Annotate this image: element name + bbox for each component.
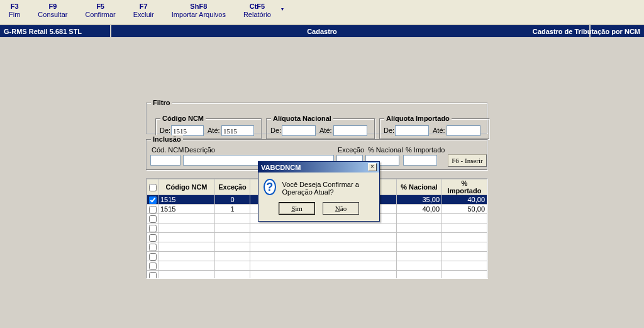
codncm-legend: Código NCM [160, 115, 206, 122]
row-checkbox[interactable] [149, 263, 157, 270]
toolbar-item-confirmar[interactable]: F5 Confirmar [76, 3, 124, 18]
grid-header-excecao[interactable]: Exceção [215, 179, 250, 195]
row-checkbox[interactable] [149, 234, 157, 242]
codncm-de-label: De: [160, 127, 170, 134]
aliqi-ate-input[interactable] [447, 125, 480, 136]
toolbar-overflow-icon[interactable]: ▾ [280, 3, 287, 12]
table-row[interactable] [147, 242, 487, 252]
toolbar-item-relatorio[interactable]: CtF5 Relatório [235, 3, 280, 18]
aliqn-ate-input[interactable] [333, 125, 367, 136]
dialog-message: Você Deseja Confirmar a Operação Atual? [282, 179, 374, 196]
no-button[interactable]: Não [323, 202, 359, 215]
dialog-title: VABCDNCM [261, 164, 301, 171]
row-checkbox[interactable] [149, 225, 157, 232]
aliqi-de-label: De: [384, 127, 394, 134]
inc-nacional-label: % Nacional [368, 146, 403, 154]
filtro-legend: Filtro [151, 99, 172, 106]
codncm-de-input[interactable] [171, 125, 204, 136]
inc-importado-input[interactable] [403, 155, 437, 166]
table-row[interactable] [147, 261, 487, 271]
table-row[interactable] [147, 252, 487, 261]
table-row[interactable] [147, 223, 487, 233]
aliqi-de-input[interactable] [395, 125, 429, 136]
inc-codncm-input[interactable] [150, 155, 180, 166]
grid-header-importado[interactable]: % Importado [442, 179, 487, 195]
table-row[interactable] [147, 271, 487, 280]
aliqn-de-input[interactable] [282, 125, 316, 136]
aliqn-legend: Alíquota Nacional [271, 115, 333, 122]
page-title: Cadastro de Tributação por NCM [533, 28, 640, 35]
row-checkbox[interactable] [149, 272, 157, 279]
inclusao-legend: Inclusão [151, 135, 183, 143]
grid-header-codncm[interactable]: Código NCM [158, 179, 215, 195]
row-checkbox[interactable] [149, 215, 157, 223]
row-checkbox[interactable] [149, 206, 157, 213]
filtro-group: Filtro Código NCM De: Até: Alíquota Naci… [146, 103, 488, 134]
grid-header-check[interactable] [147, 179, 158, 195]
titlebar-divider [110, 25, 111, 37]
inc-descricao-label: Descrição [184, 146, 215, 154]
inc-importado-label: % Importado [406, 146, 445, 154]
toolbar-item-fim[interactable]: F3 Fim [0, 3, 29, 18]
aliqi-legend: Alíquota Importado [384, 115, 452, 122]
aliqn-de-label: De: [270, 127, 281, 134]
grid-header-nacional[interactable]: % Nacional [397, 179, 442, 195]
confirm-dialog: VABCDNCM × ? Você Deseja Confirmar a Ope… [258, 161, 380, 222]
check-all[interactable] [149, 184, 157, 191]
row-checkbox[interactable] [149, 253, 157, 261]
app-title: G-RMS Retail 5.681 STL [4, 28, 82, 35]
aliqn-ate-label: Até: [319, 127, 332, 134]
inserir-button[interactable]: F6 - Inserir [448, 154, 487, 167]
aliquota-importado-group: Alíquota Importado De: Até: [379, 118, 490, 140]
inc-codncm-label: Cód. NCM [152, 146, 184, 154]
yes-button[interactable]: Sim [279, 202, 315, 215]
toolbar: F3 Fim F9 Consultar F5 Confirmar F7 Excl… [0, 0, 644, 25]
dialog-titlebar[interactable]: VABCDNCM × [258, 162, 379, 172]
aliquota-nacional-group: Alíquota Nacional De: Até: [266, 118, 375, 140]
question-icon: ? [264, 179, 276, 195]
codncm-ate-input[interactable] [221, 125, 254, 136]
toolbar-item-excluir[interactable]: F7 Excluir [125, 3, 163, 18]
aliqi-ate-label: Até: [433, 127, 445, 134]
toolbar-item-consultar[interactable]: F9 Consultar [29, 3, 76, 18]
inc-excecao-label: Exceção [338, 146, 364, 154]
toolbar-item-importar[interactable]: ShF8 Importar Arquivos [163, 3, 235, 18]
table-row[interactable] [147, 233, 487, 242]
row-checkbox[interactable] [149, 244, 157, 251]
title-bar: G-RMS Retail 5.681 STL Cadastro Cadastro… [0, 25, 644, 37]
close-icon[interactable]: × [368, 163, 377, 171]
codncm-ate-label: Até: [208, 127, 220, 134]
row-checkbox[interactable] [149, 196, 157, 204]
